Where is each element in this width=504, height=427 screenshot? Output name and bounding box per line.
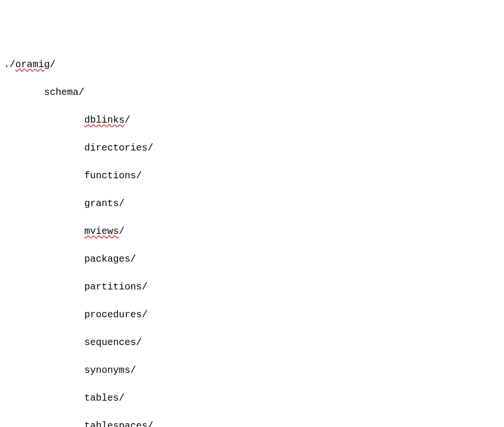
dir-name: partitions: [84, 281, 142, 292]
dir-level2: sequences/: [4, 335, 500, 349]
dir-suffix: /: [142, 281, 148, 292]
dir-level2: grants/: [4, 196, 500, 210]
dir-name: sequences: [84, 337, 136, 348]
dir-suffix: /: [136, 170, 142, 181]
dir-root-name: oramig: [15, 59, 50, 70]
dir-root-suffix: /: [50, 59, 56, 70]
dir-name: synonyms: [84, 365, 130, 376]
dir-level2: directories/: [4, 141, 500, 155]
dir-name: functions: [84, 170, 136, 181]
dir-suffix: /: [125, 115, 130, 126]
dir-suffix: /: [130, 254, 136, 265]
dir-suffix: /: [119, 198, 125, 209]
dir-suffix: /: [148, 420, 153, 427]
dir-level1: schema/: [4, 85, 500, 99]
dir-name: mviews: [84, 226, 119, 237]
dir-level2: tablespaces/: [4, 419, 500, 427]
dir-level2: dblinks/: [4, 113, 500, 127]
dir-name: packages: [84, 254, 130, 265]
dir-suffix: /: [119, 226, 125, 237]
dir-level2: synonyms/: [4, 363, 500, 377]
dir-name: grants: [84, 198, 119, 209]
dir-suffix: /: [136, 337, 142, 348]
dir-suffix: /: [130, 365, 136, 376]
dir-name: tables: [84, 392, 119, 404]
dir-name: dblinks: [84, 115, 125, 126]
dir-level2: functions/: [4, 169, 500, 183]
dir-name: schema: [44, 87, 79, 98]
dir-level2: packages/: [4, 252, 500, 266]
dir-suffix: /: [148, 142, 153, 153]
dir-name: tablespaces: [84, 420, 148, 427]
dir-suffix: /: [142, 309, 148, 320]
dir-suffix: /: [119, 392, 125, 404]
dir-name: directories: [84, 142, 148, 153]
dir-level2: tables/: [4, 391, 500, 405]
dir-name: procedures: [84, 309, 142, 320]
dir-root: ./oramig/: [4, 58, 500, 71]
dir-level2: procedures/: [4, 308, 500, 322]
dir-root-prefix: ./: [4, 59, 15, 70]
dir-suffix: /: [79, 87, 84, 98]
dir-level2: mviews/: [4, 224, 500, 238]
dir-level2: partitions/: [4, 280, 500, 294]
